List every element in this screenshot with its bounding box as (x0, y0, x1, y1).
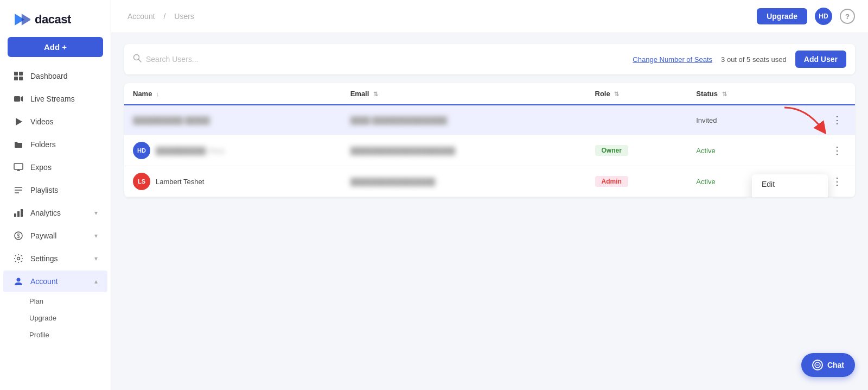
table-row: HD ██████████ (You) ████████████████████… (124, 135, 855, 166)
user-name-cell: HD ██████████ (You) (124, 135, 342, 166)
svg-rect-6 (14, 96, 20, 102)
seats-info: 3 out of 5 seats used (721, 55, 787, 64)
play-icon (13, 116, 24, 127)
sort-icon-email[interactable]: ⇅ (373, 91, 378, 97)
video-icon (13, 93, 24, 104)
controls-row: Change Number of Seats 3 out of 5 seats … (124, 44, 855, 74)
sidebar-item-settings[interactable]: Settings ▾ (3, 248, 107, 269)
add-user-button[interactable]: Add User (795, 51, 846, 68)
user-avatar[interactable]: HD (815, 8, 832, 25)
sidebar-item-label: Account (30, 277, 58, 286)
svg-marker-1 (22, 14, 30, 26)
change-seats-link[interactable]: Change Number of Seats (633, 55, 712, 64)
topbar: Account / Users Upgrade HD ? (111, 0, 868, 33)
col-role: Role ⇅ (586, 83, 688, 105)
row-action-button[interactable]: ⋮ (828, 142, 846, 159)
sidebar-item-dashboard[interactable]: Dashboard (3, 65, 107, 87)
user-avatar-initials: HD (133, 142, 150, 159)
role-badge: Owner (595, 145, 628, 156)
svg-rect-2 (14, 72, 18, 76)
bar-chart-icon (13, 207, 24, 218)
main-content: Account / Users Upgrade HD ? Change Numb… (111, 0, 868, 390)
svg-line-23 (138, 59, 141, 62)
svg-marker-8 (16, 118, 22, 125)
sort-icon-name[interactable]: ↓ (156, 91, 159, 97)
action-dropdown: Edit Delete Resend Invite (752, 174, 828, 197)
user-email-cell: ████ ███████████████ (342, 105, 586, 135)
row-action-button[interactable]: ⋮ (828, 112, 846, 128)
breadcrumb-separator: / (163, 12, 165, 21)
sidebar-item-label: Live Streams (30, 95, 75, 103)
svg-rect-9 (14, 163, 23, 169)
sidebar: dacast Add + Dashboard Live Streams Vide… (0, 0, 111, 390)
chevron-down-icon: ▾ (94, 232, 98, 240)
user-name-cell: LS Lambert Teshet (124, 166, 342, 197)
search-box (133, 54, 633, 65)
user-status-cell: Invited (687, 105, 783, 135)
svg-point-21 (17, 278, 21, 282)
sidebar-item-account[interactable]: Account ▴ (3, 271, 107, 292)
logo-text: dacast (35, 12, 71, 27)
upgrade-button[interactable]: Upgrade (757, 8, 807, 24)
sidebar-item-playlists[interactable]: Playlists (3, 179, 107, 201)
svg-rect-5 (19, 77, 23, 80)
person-icon (13, 276, 24, 287)
table-row: LS Lambert Teshet █████████████████ Admi… (124, 166, 855, 197)
chat-bubble-icon (812, 360, 823, 370)
user-email-cell: █████████████████ (342, 166, 586, 197)
sort-icon-role[interactable]: ⇅ (614, 91, 619, 97)
monitor-icon (13, 162, 24, 173)
sidebar-item-folders[interactable]: Folders (3, 134, 107, 155)
sidebar-item-label: Analytics (30, 209, 61, 217)
sidebar-item-label: Folders (30, 140, 56, 149)
search-input[interactable] (146, 55, 309, 64)
user-role-cell (586, 105, 688, 135)
sidebar-item-label: Videos (30, 117, 54, 126)
user-role-cell: Owner (586, 135, 688, 166)
svg-marker-7 (21, 96, 23, 102)
chat-button[interactable]: Chat (801, 353, 855, 377)
user-action-cell: ⋮ (783, 135, 855, 166)
breadcrumb-parent[interactable]: Account (127, 12, 155, 21)
user-email-blurred: █████████████████ (350, 178, 436, 186)
user-email-blurred: █████████████████████ (350, 147, 455, 155)
dropdown-delete[interactable]: Delete (752, 194, 828, 197)
user-email-blurred: ████ ███████████████ (350, 116, 448, 124)
status-badge: Active (696, 178, 715, 186)
user-role-cell: Admin (586, 166, 688, 197)
sidebar-item-live-streams[interactable]: Live Streams (3, 88, 107, 110)
chat-label: Chat (827, 361, 844, 369)
add-button[interactable]: Add + (8, 37, 103, 57)
sidebar-item-analytics[interactable]: Analytics ▾ (3, 202, 107, 224)
users-table: Name ↓ Email ⇅ Role ⇅ Status (124, 83, 855, 197)
account-sub-upgrade[interactable]: Upgrade (24, 310, 111, 326)
breadcrumb-current: Users (174, 12, 194, 21)
sidebar-item-expos[interactable]: Expos (3, 156, 107, 178)
role-badge: Admin (595, 176, 628, 187)
right-controls: Change Number of Seats 3 out of 5 seats … (633, 51, 846, 68)
svg-point-20 (17, 257, 20, 260)
col-name: Name ↓ (124, 83, 342, 105)
account-sub-profile[interactable]: Profile (24, 326, 111, 343)
svg-rect-16 (17, 211, 20, 217)
account-sub-plan[interactable]: Plan (24, 293, 111, 310)
sort-icon-status[interactable]: ⇅ (722, 91, 727, 97)
content-area: Change Number of Seats 3 out of 5 seats … (111, 33, 868, 390)
user-name: Lambert Teshet (156, 178, 204, 186)
help-icon[interactable]: ? (840, 9, 855, 24)
sidebar-item-paywall[interactable]: $ Paywall ▾ (3, 225, 107, 247)
svg-rect-15 (14, 213, 16, 217)
svg-rect-17 (21, 209, 23, 217)
search-icon (133, 54, 142, 65)
status-badge: Active (696, 147, 715, 155)
users-table-container: Name ↓ Email ⇅ Role ⇅ Status (124, 83, 855, 197)
status-badge: Invited (696, 116, 717, 124)
user-name-blurred: ██████████ (You) (156, 147, 224, 155)
dropdown-edit[interactable]: Edit (752, 174, 828, 194)
sidebar-item-videos[interactable]: Videos (3, 111, 107, 133)
sidebar-item-label: Settings (30, 254, 58, 263)
list-icon (13, 185, 24, 196)
user-action-cell: ⋮ (783, 105, 855, 135)
user-avatar-initials: LS (133, 173, 150, 190)
row-action-button[interactable]: ⋮ (828, 173, 846, 190)
